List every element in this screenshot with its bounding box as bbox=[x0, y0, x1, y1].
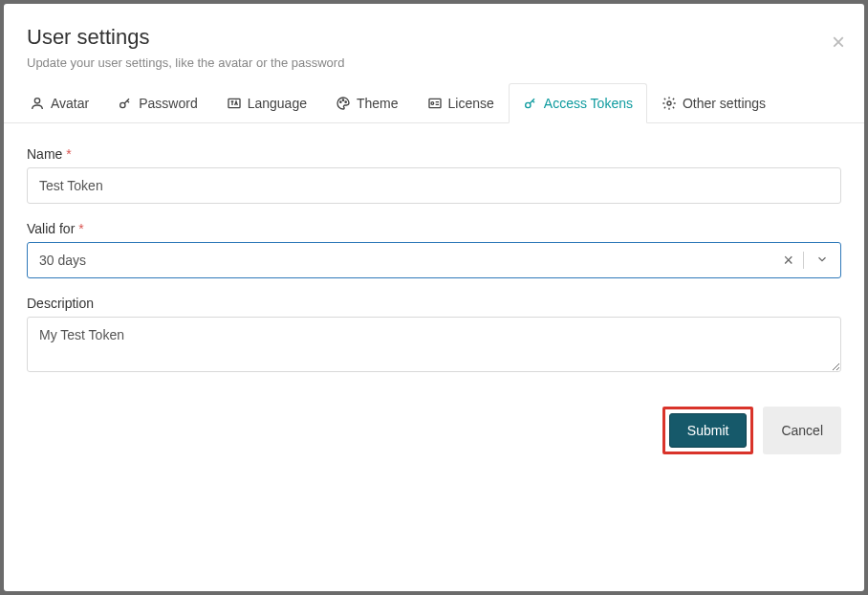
svg-point-1 bbox=[120, 102, 125, 107]
submit-button[interactable]: Submit bbox=[669, 413, 748, 448]
description-field[interactable] bbox=[27, 317, 841, 372]
tab-label: License bbox=[448, 96, 494, 111]
tab-label: Avatar bbox=[51, 96, 89, 111]
name-label: Name * bbox=[27, 146, 841, 162]
tabs-nav: Avatar Password Language Theme License bbox=[4, 83, 864, 123]
page-subtitle: Update your user settings, like the avat… bbox=[27, 55, 841, 70]
name-field[interactable] bbox=[27, 167, 841, 204]
tab-language[interactable]: Language bbox=[212, 83, 321, 122]
license-icon bbox=[427, 96, 443, 111]
valid-for-group: Valid for * 30 days × bbox=[27, 221, 841, 278]
svg-point-0 bbox=[34, 99, 39, 103]
valid-for-select[interactable]: 30 days × bbox=[27, 242, 841, 278]
access-token-form: Name * Valid for * 30 days × bbox=[4, 123, 864, 376]
tab-other-settings[interactable]: Other settings bbox=[647, 83, 780, 122]
language-icon bbox=[227, 96, 242, 111]
dropdown-toggle[interactable] bbox=[804, 253, 840, 269]
tab-license[interactable]: License bbox=[413, 83, 509, 122]
close-icon: × bbox=[832, 29, 845, 55]
clear-select-button[interactable]: × bbox=[773, 252, 804, 269]
tab-label: Access Tokens bbox=[544, 96, 633, 111]
close-button[interactable]: × bbox=[832, 31, 845, 54]
svg-point-4 bbox=[342, 99, 343, 100]
tab-label: Language bbox=[248, 96, 307, 111]
key-icon bbox=[523, 96, 538, 111]
svg-point-7 bbox=[431, 102, 434, 105]
submit-highlight-box: Submit bbox=[662, 407, 754, 454]
gear-icon bbox=[662, 96, 677, 111]
page-title: User settings bbox=[27, 25, 841, 50]
tab-label: Password bbox=[139, 96, 197, 111]
tab-avatar[interactable]: Avatar bbox=[15, 83, 103, 122]
required-mark: * bbox=[78, 221, 83, 236]
user-settings-modal: × User settings Update your user setting… bbox=[4, 4, 864, 591]
svg-point-8 bbox=[525, 102, 530, 107]
modal-header: User settings Update your user settings,… bbox=[4, 4, 864, 83]
required-mark: * bbox=[66, 146, 71, 162]
svg-rect-2 bbox=[228, 99, 240, 107]
valid-for-label: Valid for * bbox=[27, 221, 841, 236]
tab-theme[interactable]: Theme bbox=[321, 83, 413, 122]
button-row: Submit Cancel bbox=[4, 393, 864, 454]
tab-label: Theme bbox=[357, 96, 399, 111]
user-icon bbox=[30, 96, 45, 111]
palette-icon bbox=[336, 96, 351, 111]
tab-label: Other settings bbox=[683, 96, 766, 111]
close-icon: × bbox=[783, 251, 793, 270]
select-value: 30 days bbox=[28, 243, 773, 277]
svg-point-9 bbox=[667, 101, 671, 105]
name-group: Name * bbox=[27, 146, 841, 204]
description-label: Description bbox=[27, 296, 841, 311]
tab-access-tokens[interactable]: Access Tokens bbox=[509, 83, 647, 123]
svg-point-3 bbox=[340, 101, 341, 102]
key-icon bbox=[118, 96, 133, 111]
tab-password[interactable]: Password bbox=[103, 83, 211, 122]
chevron-down-icon bbox=[815, 253, 829, 269]
cancel-button[interactable]: Cancel bbox=[763, 407, 841, 454]
description-group: Description bbox=[27, 296, 841, 376]
svg-point-5 bbox=[345, 101, 346, 102]
